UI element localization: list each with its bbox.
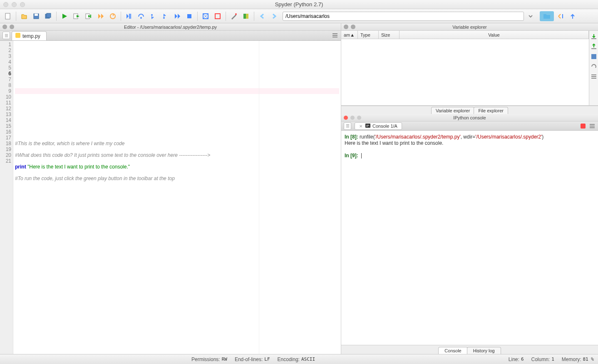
code-line[interactable] (15, 94, 339, 100)
code-content-area[interactable]: #This is the editor, which is where I wr… (13, 41, 341, 354)
column-guide (259, 41, 259, 354)
status-encoding: Encoding: ASCII (278, 357, 315, 362)
fullscreen-button[interactable] (212, 11, 223, 22)
svg-rect-32 (590, 126, 595, 126)
tab-variable-explorer[interactable]: Variable explorer (431, 107, 474, 114)
col-type[interactable]: Type (358, 31, 379, 39)
svg-rect-21 (332, 35, 337, 36)
console-browse-button[interactable]: ☰ (344, 122, 351, 130)
variable-explorer-pane: am ▲ Type Size Value (341, 31, 598, 106)
console-zoom-button[interactable] (357, 116, 361, 120)
code-line[interactable] (15, 135, 339, 141)
code-line[interactable] (15, 129, 339, 135)
console-stop-button[interactable] (581, 124, 586, 129)
svg-rect-18 (246, 14, 248, 19)
save-all-button[interactable] (43, 11, 54, 22)
import-data-button[interactable] (591, 33, 597, 40)
varexp-undock-button[interactable] (351, 25, 355, 29)
editor-options-button[interactable] (332, 32, 338, 39)
svg-rect-4 (47, 13, 51, 17)
browse-directory-button[interactable] (540, 11, 554, 21)
maximize-pane-button[interactable] (200, 11, 211, 22)
tab-file-explorer[interactable]: File explorer (474, 107, 508, 114)
code-line[interactable] (15, 117, 339, 123)
code-editor[interactable]: 123456789101112131415161718192021 #This … (0, 41, 341, 354)
run-selection-button[interactable] (95, 11, 106, 22)
in-prompt-8: In [8]: (345, 134, 358, 140)
code-line[interactable] (15, 88, 339, 94)
code-line[interactable] (15, 82, 339, 88)
python-file-icon (15, 33, 20, 39)
debug-stop-button[interactable] (184, 11, 195, 22)
file-browse-button[interactable]: ☰ (2, 32, 10, 39)
svg-point-12 (163, 17, 165, 19)
close-icon[interactable]: ✕ (359, 124, 363, 128)
console-minimize-button[interactable] (350, 116, 355, 120)
editor-tab-label: temp.py (22, 33, 40, 39)
code-line[interactable] (15, 65, 339, 71)
preferences-button[interactable] (228, 11, 239, 22)
code-line[interactable] (15, 106, 339, 111)
col-name[interactable]: am ▲ (341, 31, 358, 39)
code-line[interactable] (15, 71, 339, 77)
console-tab-1a[interactable]: ✕ IP: Console 1/A (355, 122, 402, 130)
save-data-button[interactable] (591, 43, 597, 50)
svg-point-11 (151, 14, 153, 16)
debug-step-over-button[interactable] (136, 11, 146, 22)
back-button[interactable] (257, 11, 268, 22)
variable-table[interactable]: am ▲ Type Size Value (341, 31, 589, 105)
varexp-options-button[interactable] (591, 73, 597, 80)
code-line[interactable] (15, 111, 339, 117)
editor-close-button[interactable] (2, 25, 7, 29)
code-line[interactable] (15, 77, 339, 82)
tab-console[interactable]: Console (438, 347, 467, 354)
new-file-button[interactable] (2, 11, 13, 22)
ipython-console-title: IPython console (341, 115, 598, 120)
code-line[interactable] (15, 123, 339, 129)
editor-tab-temp[interactable]: temp.py (12, 31, 47, 40)
minimize-window-button[interactable] (12, 2, 17, 7)
code-line[interactable]: print "Here is the text I want to print … (15, 164, 339, 170)
save-data-as-button[interactable] (591, 53, 597, 60)
svg-rect-2 (35, 14, 38, 16)
python-path-button[interactable] (241, 11, 251, 22)
close-window-button[interactable] (3, 2, 8, 7)
tab-history-log[interactable]: History log (467, 347, 501, 354)
debug-continue-button[interactable] (172, 11, 183, 22)
directory-sync-button[interactable] (555, 11, 566, 22)
console-options-button[interactable] (589, 123, 596, 129)
editor-undock-button[interactable] (10, 25, 14, 29)
directory-dropdown-button[interactable] (525, 11, 536, 22)
run-cell-advance-button[interactable] (83, 11, 94, 22)
working-directory-input[interactable] (283, 12, 524, 21)
varexp-close-button[interactable] (344, 25, 348, 29)
console-close-button[interactable] (344, 116, 348, 120)
code-line[interactable] (15, 100, 339, 106)
code-line[interactable]: #This is the editor, which is where I wr… (15, 141, 339, 146)
code-line[interactable] (15, 158, 339, 164)
debug-step-out-button[interactable] (160, 11, 171, 22)
col-size[interactable]: Size (379, 31, 399, 39)
parent-directory-button[interactable] (567, 11, 578, 22)
code-line[interactable]: #What does this code do? It just prints … (15, 152, 339, 158)
run-button[interactable] (59, 11, 70, 22)
debug-step-in-button[interactable] (148, 11, 159, 22)
run-last-button[interactable] (107, 11, 118, 22)
debug-button[interactable] (124, 11, 134, 22)
col-value[interactable]: Value (399, 31, 589, 39)
save-button[interactable] (31, 11, 42, 22)
refresh-button[interactable] (591, 63, 597, 70)
code-line[interactable]: #To run the code, just click the green p… (15, 176, 339, 181)
status-permissions: Permissions: RW (191, 357, 227, 362)
run-cell-button[interactable] (71, 11, 82, 22)
open-file-button[interactable] (19, 11, 30, 22)
toolbar-separator (254, 12, 254, 21)
svg-rect-31 (590, 124, 595, 125)
forward-button[interactable] (269, 11, 280, 22)
zoom-window-button[interactable] (20, 2, 25, 7)
code-line[interactable] (15, 170, 339, 176)
console-output[interactable]: In [8]: runfile('/Users/marisacarlos/.sp… (341, 131, 598, 345)
ipython-console-pane: ☰ ✕ IP: Console 1/A In [8]: runfile('/Us… (341, 121, 598, 345)
code-line[interactable] (15, 146, 339, 152)
code-line[interactable] (15, 59, 339, 65)
